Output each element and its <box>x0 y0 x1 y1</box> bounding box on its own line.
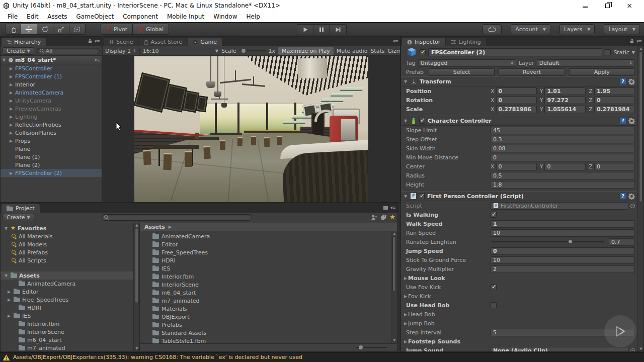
object-picker-icon[interactable] <box>630 348 635 352</box>
prefab-select-button[interactable]: Select <box>429 68 495 76</box>
panel-option-icon[interactable] <box>383 206 388 210</box>
project-create-button[interactable]: Create▼ <box>3 214 34 221</box>
panel-menu-icon[interactable]: ▾≡ <box>390 205 395 210</box>
project-folder[interactable]: Materials <box>140 305 390 313</box>
height-field[interactable]: 1.8 <box>491 181 635 189</box>
project-tree-item[interactable]: HDRI <box>1 304 139 312</box>
hierarchy-item[interactable]: ▶CollisionPlanes <box>1 129 102 137</box>
transform-header[interactable]: ▼ Transform ? <box>401 76 637 86</box>
static-dropdown-icon[interactable]: ▼ <box>632 50 635 55</box>
project-tree-item[interactable]: AnimatedCamera <box>1 280 139 288</box>
center-z-field[interactable]: 0 <box>594 163 635 170</box>
hierarchy-item[interactable]: ▶ReflectionProbes <box>1 121 102 129</box>
rotation-x-field[interactable]: 0 <box>496 97 537 104</box>
help-icon[interactable]: ? <box>620 78 626 84</box>
project-tree-item[interactable]: Interior.fbm <box>1 320 139 328</box>
game-viewport[interactable] <box>103 56 400 202</box>
menu-assets[interactable]: Assets <box>43 13 71 20</box>
project-tree-item[interactable]: ▶Editor <box>1 288 139 296</box>
status-bar[interactable]: Assets/OBJExport/OBJExporter.cs(335,33):… <box>0 352 644 362</box>
hierarchy-item[interactable]: ▶Lighting <box>1 113 102 121</box>
panel-menu-icon[interactable]: ▾≡ <box>393 39 398 44</box>
skin-width-field[interactable]: 0.08 <box>491 145 635 152</box>
lock-icon[interactable] <box>88 39 92 44</box>
radius-field[interactable]: 0.5 <box>491 172 635 179</box>
hierarchy-item[interactable]: ▶AnimatedCamera <box>1 88 102 97</box>
project-tree-item[interactable]: ▶IES <box>1 312 139 320</box>
inspector-scrollbar[interactable]: ▲ ▼ <box>637 46 643 351</box>
foldout-row[interactable]: ▶Jump Bob <box>401 319 637 328</box>
menu-component[interactable]: Component <box>118 13 163 20</box>
active-checkbox[interactable] <box>420 49 426 55</box>
hierarchy-item[interactable]: ▶PreviewCameras <box>1 105 102 113</box>
project-folder[interactable]: m6_04_start <box>140 289 390 297</box>
search-by-label-icon[interactable] <box>380 214 387 220</box>
tab-hierarchy[interactable]: Hierarchy <box>2 38 46 46</box>
walk-speed-field[interactable]: 1 <box>491 220 635 228</box>
panel-menu-icon[interactable]: ▾≡ <box>95 39 100 44</box>
is-walking-checkbox[interactable] <box>491 212 497 218</box>
object-name-field[interactable]: FPSController (2) <box>428 48 602 56</box>
center-y-field[interactable]: 0 <box>544 163 586 170</box>
play-button[interactable] <box>297 24 313 35</box>
foldout-row[interactable]: ▶Mouse Look <box>401 274 637 283</box>
project-folder[interactable]: Interior.fbm <box>140 273 390 281</box>
tab-scene[interactable]: Scene <box>104 38 138 46</box>
project-folder[interactable]: AnimatedCamera <box>140 232 390 240</box>
rect-tool-button[interactable] <box>69 24 86 35</box>
panel-menu-icon[interactable]: ▾≡ <box>636 39 641 44</box>
object-picker-icon[interactable] <box>630 204 635 208</box>
favorites-filter-icon[interactable]: ★ <box>389 215 395 220</box>
fpc-script-header[interactable]: ▼ # First Person Controller (Script) ? <box>401 191 637 201</box>
tag-dropdown[interactable]: Untagged⇕ <box>418 59 516 67</box>
step-offset-field[interactable]: 0.3 <box>491 136 635 143</box>
component-enabled-checkbox[interactable] <box>419 118 425 124</box>
tab-game[interactable]: Game <box>188 38 222 46</box>
prefab-apply-button[interactable]: Apply <box>569 68 635 76</box>
runstep-value-field[interactable]: 0.7 <box>609 238 635 246</box>
use-fov-kick-checkbox[interactable] <box>491 284 497 290</box>
favorites-item[interactable]: All Models <box>1 240 139 248</box>
scale-x-field[interactable]: 0.2781986 <box>496 106 537 113</box>
hand-tool-button[interactable] <box>5 24 21 35</box>
tab-asset-store[interactable]: Asset Store <box>139 38 188 46</box>
project-tree-item[interactable]: InteriorScene <box>1 328 139 336</box>
aspect-chevron-icon[interactable]: ▼ <box>215 49 218 53</box>
project-search-input[interactable] <box>101 214 252 221</box>
account-dropdown[interactable]: Account▼ <box>511 24 550 34</box>
layers-dropdown[interactable]: Layers▼ <box>559 24 595 34</box>
favorites-root[interactable]: ▼★Favorites <box>1 224 139 232</box>
thumbnail-size-slider[interactable] <box>356 347 387 348</box>
mute-audio-toggle[interactable]: Mute audio <box>337 48 368 54</box>
gear-icon[interactable] <box>628 118 635 124</box>
hierarchy-item[interactable]: ▶FPSController (1) <box>1 72 102 80</box>
maximize-on-play-toggle[interactable]: Maximize on Play <box>278 47 334 55</box>
hierarchy-item[interactable]: ▶Props <box>1 137 102 145</box>
pause-button[interactable] <box>313 24 330 35</box>
layer-dropdown[interactable]: Default⇕ <box>537 59 635 67</box>
gear-icon[interactable] <box>628 78 635 85</box>
run-speed-field[interactable]: 10 <box>491 229 635 237</box>
display-dropdown[interactable]: Display 1⇕ <box>105 48 136 54</box>
project-folder[interactable]: HDRI <box>140 256 390 264</box>
hierarchy-item[interactable]: ▶Interior <box>1 80 102 88</box>
menu-window[interactable]: Window <box>209 13 242 20</box>
hierarchy-item[interactable]: Plane (2) <box>1 161 102 169</box>
help-icon[interactable]: ? <box>620 193 626 199</box>
tab-project[interactable]: Project <box>2 204 40 213</box>
scale-z-field[interactable]: 0.2781984 <box>594 106 635 113</box>
stick-to-ground-field[interactable]: 10 <box>491 256 635 264</box>
restore-button[interactable] <box>604 2 611 9</box>
project-folder[interactable]: Standard Assets <box>140 329 390 337</box>
prefab-revert-button[interactable]: Revert <box>499 68 565 76</box>
aspect-dropdown[interactable]: 16:10 <box>143 48 159 54</box>
project-tree-item[interactable]: m6_04_start <box>1 336 139 344</box>
project-folder[interactable]: Editor <box>140 240 390 248</box>
menu-edit[interactable]: Edit <box>22 13 43 20</box>
slope-limit-field[interactable]: 45 <box>491 127 635 134</box>
move-tool-button[interactable] <box>21 24 37 35</box>
menu-mobile-input[interactable]: Mobile Input <box>163 13 209 20</box>
favorites-item[interactable]: All Materials <box>1 232 139 240</box>
favorites-item[interactable]: All Prefabs <box>1 248 139 256</box>
static-checkbox[interactable] <box>605 49 611 55</box>
